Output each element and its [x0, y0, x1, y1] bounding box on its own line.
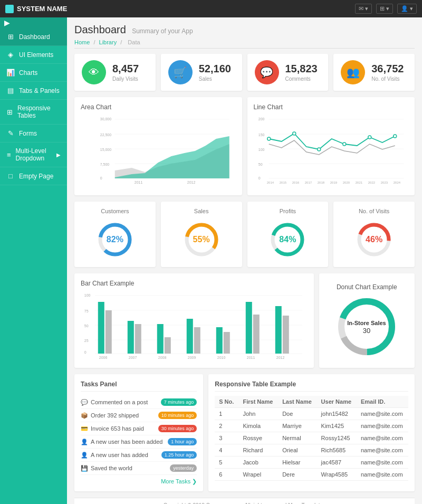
donut-pct-novisits: 46%	[366, 235, 382, 244]
main-content: Dashboard Summary of your App Home / Lib…	[67, 17, 422, 504]
col-sno: S No.	[215, 396, 238, 408]
user-button[interactable]: 👤 ▾	[397, 4, 417, 14]
task-item: 💬 Commented on a post 7 minutes ago	[81, 396, 197, 409]
daily-visits-label: Daily Visits	[112, 76, 148, 82]
svg-rect-62	[135, 324, 141, 354]
breadcrumb-library[interactable]: Library	[99, 39, 117, 45]
svg-text:30,000: 30,000	[100, 117, 112, 121]
more-tasks-link[interactable]: More Tasks ❯	[81, 478, 197, 485]
sidebar-item-charts[interactable]: 📊 Charts	[0, 64, 67, 82]
sidebar-item-dropdown[interactable]: ≡ Multi-Level Dropdown ▶	[0, 142, 67, 167]
area-chart: 30,000 22,500 15,000 7,500 0	[81, 115, 236, 189]
svg-text:200: 200	[258, 117, 264, 121]
sidebar-label-ui: UI Elements	[19, 51, 53, 59]
task-item-5: 👤 A new user has added 1.25 hour ago	[81, 449, 197, 462]
page-title: Dashboard	[74, 24, 126, 35]
svg-text:In-Store Sales: In-Store Sales	[348, 320, 386, 326]
svg-text:2011: 2011	[247, 356, 255, 359]
comments-info: 15,823 Comments	[285, 63, 321, 82]
brand-name: SYSTEM NAME	[17, 5, 67, 13]
svg-text:2016: 2016	[292, 181, 299, 184]
svg-rect-71	[275, 306, 282, 354]
sidebar-item-empty[interactable]: □ Empty Page	[0, 167, 67, 185]
donut-title-novisits: No. of Visits	[340, 208, 408, 214]
bar-chart-card: Bar Chart Example 100 75 50 25 0	[74, 273, 314, 368]
sales-info: 52,160 Sales	[199, 63, 235, 82]
sidebar-item-tables[interactable]: ⊞ Responsive Tables	[0, 100, 67, 125]
sidebar-item-ui-elements[interactable]: ◈ UI Elements	[0, 46, 67, 64]
donut-customers: 82%	[81, 218, 149, 261]
svg-text:2022: 2022	[368, 181, 375, 184]
task-badge-1: 7 minutes ago	[161, 398, 197, 406]
stat-card-sales: 🛒 52,160 Sales	[161, 54, 242, 91]
area-chart-svg: 30,000 22,500 15,000 7,500 0	[81, 115, 236, 186]
svg-rect-67	[216, 327, 223, 354]
svg-text:22,500: 22,500	[100, 133, 112, 137]
svg-text:2012: 2012	[187, 180, 196, 184]
stat-card-comments: 💬 15,823 Comments	[247, 54, 329, 91]
donut-row: Customers 82% Sales 55%	[74, 202, 415, 267]
footer: Copyright © 2018.Company name All rights…	[74, 498, 415, 504]
svg-text:2010: 2010	[217, 356, 226, 359]
svg-text:100: 100	[258, 148, 264, 151]
svg-text:2021: 2021	[355, 181, 362, 184]
task-item-2: 📦 Order 392 shipped 10 minutes ago	[81, 409, 197, 422]
task-text-1: 💬 Commented on a post	[81, 399, 148, 406]
col-email: Email ID.	[357, 396, 408, 408]
sidebar-label-dashboard: Dashboard	[19, 33, 50, 41]
svg-text:2006: 2006	[99, 356, 108, 359]
daily-visits-info: 8,457 Daily Visits	[112, 63, 148, 82]
topnav-actions: ✉ ▾ ⊞ ▾ 👤 ▾	[355, 4, 417, 14]
grid-button[interactable]: ⊞ ▾	[376, 4, 393, 14]
sidebar-label-charts: Charts	[19, 69, 37, 77]
donut-card-profits: Profits 84%	[247, 202, 329, 267]
task-badge-6: yesterday	[170, 464, 197, 472]
top-navbar: SYSTEM NAME ✉ ▾ ⊞ ▾ 👤 ▾	[0, 0, 422, 17]
svg-rect-69	[246, 302, 252, 354]
svg-text:100: 100	[84, 293, 91, 297]
bar-chart-svg: 100 75 50 25 0	[81, 291, 308, 360]
line-chart-svg: 200 150 100 50 0	[254, 115, 409, 186]
sidebar-label-tables: Responsive Tables	[17, 104, 61, 119]
svg-rect-65	[187, 319, 193, 354]
sidebar-item-tabs[interactable]: ▤ Tabs & Panels	[0, 82, 67, 100]
comments-icon: 💬	[255, 60, 279, 84]
donut-big-svg: In-Store Sales 30	[335, 295, 398, 358]
svg-text:150: 150	[258, 133, 264, 137]
envelope-button[interactable]: ✉ ▾	[355, 4, 372, 14]
line-chart-title: Line Chart	[254, 103, 409, 111]
svg-rect-63	[157, 324, 164, 354]
bar-chart-title: Bar Chart Example	[81, 280, 308, 287]
tables-icon: ⊞	[6, 108, 13, 116]
task-item-3: 💳 Invoice 653 has paid 30 minutes ago	[81, 422, 197, 435]
donut-card-sales: Sales 55%	[161, 202, 242, 267]
task-badge-2: 10 minutes ago	[158, 412, 197, 419]
area-chart-title: Area Chart	[81, 103, 236, 111]
stat-card-visits: 👥 36,752 No. of Visits	[333, 54, 415, 91]
breadcrumb-data: Data	[128, 39, 140, 45]
svg-text:2015: 2015	[279, 181, 286, 184]
task-icon-6: 💾	[81, 465, 88, 472]
breadcrumb-home[interactable]: Home	[74, 39, 90, 45]
svg-rect-72	[283, 316, 289, 354]
table-header-row: S No. First Name Last Name User Name Ema…	[215, 396, 408, 408]
brand-icon	[5, 5, 14, 13]
table-row: 2KimolaMarriyeKim1425name@site.com	[215, 420, 408, 432]
bar-donut-row: Bar Chart Example 100 75 50 25 0	[74, 273, 415, 368]
sidebar-item-forms[interactable]: ✎ Forms	[0, 125, 67, 142]
svg-rect-61	[128, 321, 134, 354]
sidebar-item-dashboard[interactable]: ⊞ Dashboard	[0, 28, 67, 46]
svg-text:2020: 2020	[342, 181, 350, 184]
donut-title-profits: Profits	[254, 208, 322, 214]
task-text-2: 📦 Order 392 shipped	[81, 412, 139, 419]
donut-pct-customers: 82%	[107, 235, 123, 244]
line-chart: 200 150 100 50 0	[254, 115, 409, 189]
dropdown-arrow: ▶	[56, 152, 61, 158]
col-firstname: First Name	[238, 396, 278, 408]
sidebar: ▶ ⊞ Dashboard ◈ UI Elements 📊 Charts ▤ T…	[0, 17, 67, 504]
app-body: ▶ ⊞ Dashboard ◈ UI Elements 📊 Charts ▤ T…	[0, 17, 422, 504]
task-item-4: 👤 A new user has been added 1 hour ago	[81, 435, 197, 449]
sidebar-toggle[interactable]: ▶	[0, 17, 67, 28]
donut-card-novisits: No. of Visits 46%	[333, 202, 415, 267]
svg-text:15,000: 15,000	[100, 148, 112, 151]
